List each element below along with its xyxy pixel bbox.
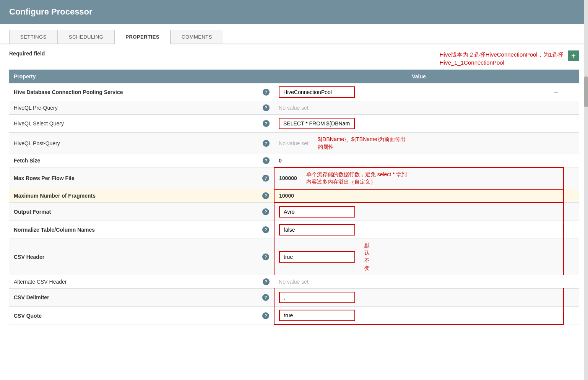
property-name: Hive Database Connection Pooling Service bbox=[14, 89, 123, 95]
value-cell: No value set bbox=[279, 105, 559, 111]
row-annotation: ${DBName}、${TBName}为前面传出的属性 bbox=[318, 136, 406, 151]
table-row: HiveQL Pre-Query?No value set bbox=[9, 101, 579, 115]
property-name: HiveQL Post-Query bbox=[14, 140, 60, 146]
value-cell bbox=[279, 206, 559, 218]
property-value-placeholder: No value set bbox=[279, 279, 309, 285]
scrollbar-track[interactable] bbox=[584, 0, 588, 331]
property-name: Fetch Size bbox=[14, 158, 40, 164]
help-icon[interactable]: ? bbox=[263, 89, 270, 96]
required-label: Required field bbox=[9, 50, 45, 57]
properties-table: Property Value Hive Database Connection … bbox=[9, 70, 579, 325]
help-icon[interactable]: ? bbox=[262, 253, 269, 260]
page-title: Configure Processor bbox=[9, 7, 579, 17]
help-icon[interactable]: ? bbox=[262, 312, 269, 319]
property-name: HiveQL Pre-Query bbox=[14, 105, 58, 111]
hive-annotation: Hive版本为２选择HiveConnectionPool，为1选择Hive_1_… bbox=[440, 50, 564, 67]
property-value-text: 100000 bbox=[279, 175, 297, 181]
value-cell: → bbox=[279, 86, 559, 98]
help-icon[interactable]: ? bbox=[262, 226, 269, 233]
property-name: CSV Delimiter bbox=[14, 294, 49, 300]
table-row: CSV Header?默认不变 bbox=[9, 239, 579, 275]
help-icon[interactable]: ? bbox=[262, 208, 269, 215]
value-cell: 10000 bbox=[279, 193, 559, 199]
value-cell: 0 bbox=[279, 158, 559, 164]
tab-properties[interactable]: PROPERTIES bbox=[114, 30, 171, 44]
value-cell: 默认不变 bbox=[279, 242, 559, 272]
tab-settings[interactable]: SETTINGS bbox=[9, 30, 58, 44]
property-value-select[interactable] bbox=[279, 224, 355, 235]
help-icon[interactable]: ? bbox=[263, 104, 270, 111]
property-value-select[interactable] bbox=[279, 251, 355, 263]
property-name: Alternate CSV Header bbox=[14, 279, 67, 285]
table-row: Alternate CSV Header?No value set bbox=[9, 275, 579, 289]
property-name: Max Rows Per Flow File bbox=[14, 175, 75, 181]
value-cell bbox=[279, 310, 559, 321]
table-row: Maximum Number of Fragments?10000 bbox=[9, 189, 579, 203]
table-row: Max Rows Per Flow File?100000单个流存储的数据行数，… bbox=[9, 167, 579, 189]
property-name: CSV Quote bbox=[14, 313, 42, 319]
property-name: Normalize Table/Column Names bbox=[14, 227, 95, 233]
tab-comments[interactable]: COMMENTS bbox=[171, 30, 223, 44]
value-cell: No value set bbox=[279, 279, 559, 285]
col-property-header: Property bbox=[9, 70, 258, 83]
table-row: Fetch Size?0 bbox=[9, 154, 579, 167]
value-cell: No value set${DBName}、${TBName}为前面传出的属性 bbox=[279, 136, 559, 151]
add-property-button[interactable]: + bbox=[568, 50, 579, 61]
col-action-header bbox=[564, 70, 579, 83]
help-icon[interactable]: ? bbox=[263, 157, 270, 164]
col-help-header bbox=[258, 70, 274, 83]
tab-scheduling[interactable]: SCHEDULING bbox=[58, 30, 114, 44]
property-value-placeholder: No value set bbox=[279, 140, 309, 146]
col-value-header: Value bbox=[274, 70, 564, 83]
table-row: HiveQL Post-Query?No value set${DBName}、… bbox=[9, 133, 579, 154]
table-row: HiveQL Select Query? bbox=[9, 115, 579, 133]
table-row: CSV Quote? bbox=[9, 307, 579, 325]
help-icon[interactable]: ? bbox=[262, 294, 269, 301]
row-annotation: 默认不变 bbox=[364, 242, 370, 272]
table-header-row: Property Value bbox=[9, 70, 579, 83]
required-row: Required field Hive版本为２选择HiveConnectionP… bbox=[9, 50, 579, 67]
property-value-select[interactable] bbox=[279, 310, 355, 321]
row-annotation: 单个流存储的数据行数，避免 select * 拿到内容过多内存溢出（自定义） bbox=[306, 171, 407, 186]
property-name: CSV Header bbox=[14, 254, 44, 260]
page-header: Configure Processor bbox=[0, 0, 588, 24]
table-row: Output Format? bbox=[9, 203, 579, 221]
property-name: Maximum Number of Fragments bbox=[14, 193, 96, 199]
property-name: HiveQL Select Query bbox=[14, 120, 64, 127]
value-cell bbox=[279, 292, 559, 303]
table-row: Hive Database Connection Pooling Service… bbox=[9, 83, 579, 101]
help-icon[interactable]: ? bbox=[263, 278, 270, 285]
property-value-select[interactable] bbox=[279, 206, 355, 218]
property-value-text: 10000 bbox=[279, 193, 294, 199]
table-row: CSV Delimiter? bbox=[9, 289, 579, 307]
value-cell bbox=[279, 118, 559, 129]
value-cell: 100000单个流存储的数据行数，避免 select * 拿到内容过多内存溢出（… bbox=[279, 171, 559, 186]
property-value-select[interactable] bbox=[279, 292, 355, 303]
help-icon[interactable]: ? bbox=[262, 192, 269, 199]
help-icon[interactable]: ? bbox=[263, 140, 270, 147]
property-value-input[interactable] bbox=[279, 118, 355, 129]
main-content: Required field Hive版本为２选择HiveConnectionP… bbox=[0, 44, 588, 331]
tabs-bar: SETTINGS SCHEDULING PROPERTIES COMMENTS bbox=[0, 24, 588, 44]
help-icon[interactable]: ? bbox=[263, 120, 270, 127]
arrow-icon: → bbox=[553, 89, 559, 96]
property-value-input[interactable] bbox=[279, 86, 355, 98]
property-value-text: 0 bbox=[279, 158, 282, 164]
scrollbar-thumb[interactable] bbox=[584, 76, 588, 107]
property-name: Output Format bbox=[14, 209, 51, 215]
value-cell bbox=[279, 224, 559, 235]
property-value-placeholder: No value set bbox=[279, 105, 309, 111]
help-icon[interactable]: ? bbox=[262, 175, 269, 182]
table-row: Normalize Table/Column Names? bbox=[9, 221, 579, 239]
